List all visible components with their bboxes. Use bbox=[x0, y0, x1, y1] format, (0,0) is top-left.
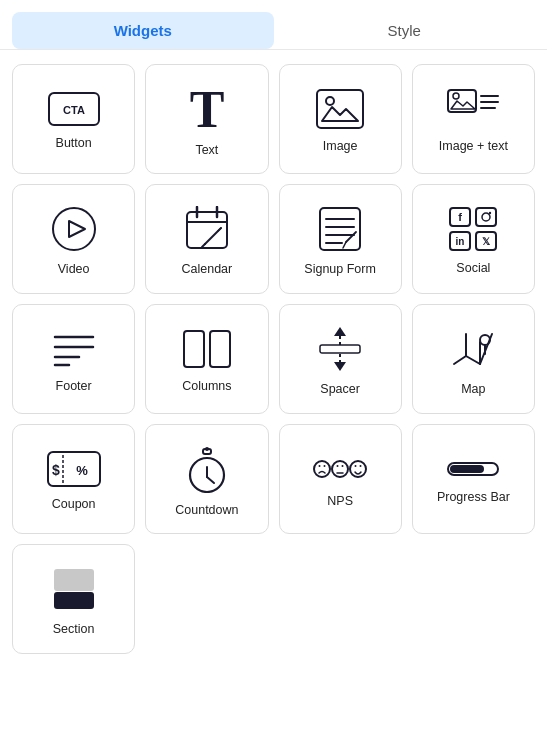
video-icon bbox=[51, 206, 97, 252]
svg-point-59 bbox=[332, 461, 348, 477]
columns-label: Columns bbox=[182, 379, 231, 393]
widgets-grid: CTA Button T Text Image bbox=[0, 50, 547, 668]
svg-rect-28 bbox=[476, 208, 496, 226]
countdown-icon bbox=[185, 445, 229, 493]
svg-point-29 bbox=[482, 213, 490, 221]
svg-point-45 bbox=[480, 335, 490, 345]
svg-point-64 bbox=[355, 465, 357, 467]
widget-social[interactable]: f in 𝕏 Social bbox=[412, 184, 535, 294]
svg-text:$: $ bbox=[52, 462, 60, 478]
svg-point-65 bbox=[360, 465, 362, 467]
svg-rect-44 bbox=[320, 345, 360, 353]
countdown-label: Countdown bbox=[175, 503, 238, 517]
nps-icon bbox=[313, 454, 367, 484]
svg-marker-43 bbox=[334, 362, 346, 371]
widget-section[interactable]: Section bbox=[12, 544, 135, 654]
svg-point-6 bbox=[453, 93, 459, 99]
widget-coupon[interactable]: $ % Coupon bbox=[12, 424, 135, 534]
signup-form-icon bbox=[318, 206, 362, 252]
svg-marker-11 bbox=[69, 221, 85, 237]
svg-point-61 bbox=[342, 465, 344, 467]
section-label: Section bbox=[53, 622, 95, 636]
columns-icon bbox=[182, 329, 232, 369]
svg-point-60 bbox=[337, 465, 339, 467]
widget-calendar[interactable]: Calendar bbox=[145, 184, 268, 294]
calendar-icon bbox=[185, 206, 229, 252]
svg-text:f: f bbox=[459, 211, 463, 223]
widget-map[interactable]: Map bbox=[412, 304, 535, 414]
text-icon: T bbox=[186, 85, 228, 133]
widget-image[interactable]: Image bbox=[279, 64, 402, 174]
spacer-icon bbox=[318, 326, 362, 372]
social-icon: f in 𝕏 bbox=[449, 207, 497, 251]
svg-line-18 bbox=[218, 228, 221, 231]
widget-signup-form[interactable]: Signup Form bbox=[279, 184, 402, 294]
widget-button[interactable]: CTA Button bbox=[12, 64, 135, 174]
footer-icon bbox=[51, 329, 97, 369]
svg-rect-39 bbox=[184, 331, 204, 367]
svg-line-17 bbox=[202, 244, 205, 247]
image-text-label: Image + text bbox=[439, 139, 508, 153]
calendar-label: Calendar bbox=[182, 262, 233, 276]
progress-bar-icon bbox=[447, 458, 499, 480]
svg-text:𝕏: 𝕏 bbox=[482, 236, 491, 247]
text-label: Text bbox=[195, 143, 218, 157]
button-icon: CTA bbox=[48, 92, 100, 126]
svg-point-4 bbox=[326, 97, 334, 105]
svg-point-57 bbox=[319, 465, 321, 467]
image-label: Image bbox=[323, 139, 358, 153]
widget-progress-bar[interactable]: Progress Bar bbox=[412, 424, 535, 534]
tab-bar: Widgets Style bbox=[0, 0, 547, 50]
svg-point-58 bbox=[324, 465, 326, 467]
svg-point-30 bbox=[489, 212, 491, 214]
svg-line-25 bbox=[343, 242, 346, 248]
widget-nps[interactable]: NPS bbox=[279, 424, 402, 534]
map-label: Map bbox=[461, 382, 485, 396]
svg-rect-68 bbox=[54, 569, 94, 591]
widget-columns[interactable]: Columns bbox=[145, 304, 268, 414]
widget-spacer[interactable]: Spacer bbox=[279, 304, 402, 414]
svg-marker-42 bbox=[334, 327, 346, 336]
svg-text:CTA: CTA bbox=[63, 104, 85, 116]
svg-point-56 bbox=[314, 461, 330, 477]
svg-rect-40 bbox=[210, 331, 230, 367]
svg-line-24 bbox=[346, 232, 356, 242]
social-label: Social bbox=[456, 261, 490, 275]
image-icon bbox=[316, 89, 364, 129]
widget-video[interactable]: Video bbox=[12, 184, 135, 294]
signup-form-label: Signup Form bbox=[304, 262, 376, 276]
image-text-icon bbox=[447, 89, 499, 129]
nps-label: NPS bbox=[327, 494, 353, 508]
svg-point-53 bbox=[205, 447, 209, 451]
svg-text:%: % bbox=[76, 463, 88, 478]
widget-countdown[interactable]: Countdown bbox=[145, 424, 268, 534]
svg-text:in: in bbox=[456, 236, 465, 247]
coupon-icon: $ % bbox=[47, 451, 101, 487]
svg-text:T: T bbox=[190, 85, 225, 133]
svg-rect-3 bbox=[317, 90, 363, 128]
map-icon bbox=[450, 326, 496, 372]
svg-rect-67 bbox=[450, 465, 484, 473]
tab-widgets[interactable]: Widgets bbox=[12, 12, 274, 49]
footer-label: Footer bbox=[56, 379, 92, 393]
svg-rect-69 bbox=[54, 592, 94, 609]
svg-point-10 bbox=[53, 208, 95, 250]
video-label: Video bbox=[58, 262, 90, 276]
spacer-label: Spacer bbox=[320, 382, 360, 396]
button-label: Button bbox=[56, 136, 92, 150]
progress-bar-label: Progress Bar bbox=[437, 490, 510, 504]
coupon-label: Coupon bbox=[52, 497, 96, 511]
svg-line-55 bbox=[207, 477, 214, 483]
tab-style[interactable]: Style bbox=[274, 12, 536, 49]
widget-image-text[interactable]: Image + text bbox=[412, 64, 535, 174]
widget-text[interactable]: T Text bbox=[145, 64, 268, 174]
widget-footer[interactable]: Footer bbox=[12, 304, 135, 414]
section-icon bbox=[51, 566, 97, 612]
